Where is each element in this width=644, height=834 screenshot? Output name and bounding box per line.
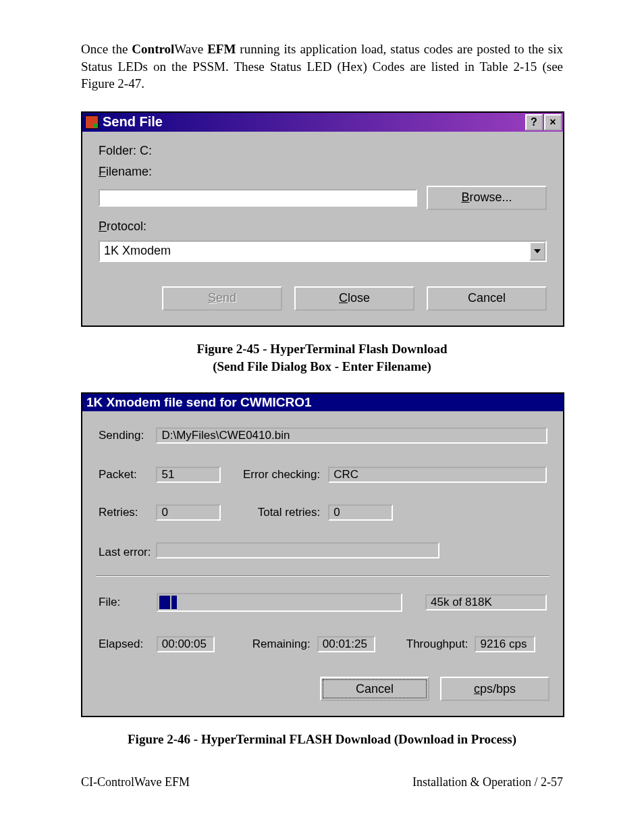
packet-value: 51 <box>156 467 221 483</box>
intro-bold-1: Control <box>132 42 174 56</box>
throughput-label: Throughput: <box>406 637 468 651</box>
page-footer: CI-ControlWave EFM Installation & Operat… <box>81 775 563 789</box>
total-retries-value: 0 <box>328 504 393 521</box>
intro-bold-2: EFM <box>207 42 236 56</box>
intro-paragraph: Once the ControlWave EFM running its app… <box>81 41 563 93</box>
retries-label: Retries: <box>96 500 153 525</box>
intro-text-pre: Once the <box>81 42 132 56</box>
figure-2-45-caption: Figure 2-45 - HyperTerminal Flash Downlo… <box>81 340 563 375</box>
protocol-label: Protocol: <box>99 219 146 234</box>
browse-button[interactable]: Browse... <box>427 186 547 210</box>
filename-label: Filename: <box>99 165 152 179</box>
remaining-value: 00:01:25 <box>317 636 375 652</box>
total-retries-label: Total retries: <box>240 500 325 525</box>
sending-value: D:\MyFiles\CWE0410.bin <box>156 427 547 444</box>
progress-cancel-button[interactable]: Cancel <box>320 677 429 701</box>
error-checking-value: CRC <box>328 467 547 483</box>
close-button[interactable]: Close <box>294 286 414 311</box>
last-error-value <box>156 542 439 558</box>
file-label: File: <box>96 589 154 616</box>
protocol-select[interactable]: 1K Xmodem <box>99 240 547 262</box>
send-file-app-icon <box>85 115 99 129</box>
protocol-selected-value: 1K Xmodem <box>100 242 529 261</box>
send-file-title: Send File <box>103 114 524 130</box>
send-file-titlebar[interactable]: Send File ? × <box>82 113 563 132</box>
elapsed-label: Elapsed: <box>96 632 154 656</box>
footer-right: Installation & Operation / 2-57 <box>412 775 563 789</box>
packet-label: Packet: <box>96 463 153 487</box>
elapsed-value: 00:00:05 <box>157 636 215 652</box>
xmodem-progress-titlebar[interactable]: 1K Xmodem file send for CWMICRO1 <box>82 394 563 411</box>
filename-input[interactable] <box>99 189 417 207</box>
help-button[interactable]: ? <box>525 114 543 130</box>
cancel-button[interactable]: Cancel <box>427 286 547 311</box>
xmodem-progress-title: 1K Xmodem file send for CWMICRO1 <box>86 395 312 410</box>
send-button-label: Send <box>208 291 236 305</box>
cancel-button-label: Cancel <box>468 291 506 305</box>
throughput-value: 9216 cps <box>475 636 535 652</box>
cps-bps-label: cps/bps <box>474 682 516 696</box>
intro-text-mid1: Wave <box>174 42 207 56</box>
close-window-button[interactable]: × <box>544 114 562 130</box>
cps-bps-button[interactable]: cps/bps <box>440 677 549 701</box>
browse-button-label: Browse... <box>461 190 512 205</box>
send-button[interactable]: Send <box>162 286 282 311</box>
help-icon: ? <box>531 116 537 128</box>
send-file-dialog: Send File ? × Folder: C: Filename: Brows… <box>81 111 564 327</box>
error-checking-label: Error checking: <box>240 463 325 487</box>
file-progress-bar <box>157 593 402 612</box>
footer-left: CI-ControlWave EFM <box>81 775 190 789</box>
xmodem-progress-dialog: 1K Xmodem file send for CWMICRO1 Sending… <box>81 392 564 717</box>
last-error-label: Last error: <box>96 538 153 566</box>
remaining-label: Remaining: <box>252 637 311 651</box>
retries-value: 0 <box>156 504 221 521</box>
folder-label: Folder: C: <box>99 144 152 158</box>
divider <box>96 575 549 577</box>
progress-cancel-label: Cancel <box>356 682 394 696</box>
chevron-down-icon[interactable] <box>529 242 545 261</box>
close-icon: × <box>549 116 556 128</box>
file-progress-value: 45k of 818K <box>425 594 547 610</box>
sending-label: Sending: <box>96 423 153 448</box>
close-button-label: Close <box>339 291 370 305</box>
figure-2-46-caption: Figure 2-46 - HyperTerminal FLASH Downlo… <box>81 731 563 748</box>
